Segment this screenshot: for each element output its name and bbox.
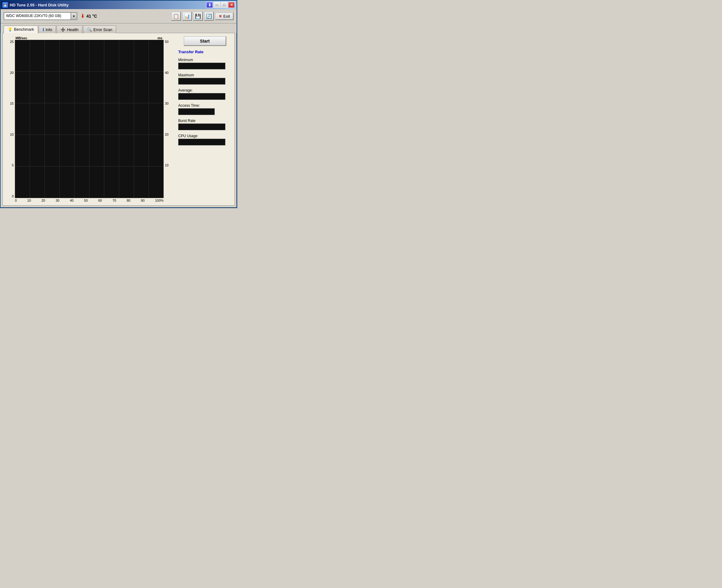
- save-icon: 💾: [195, 14, 201, 19]
- chart-area: MB/sec ms 25 20 15 10 5 0: [6, 36, 174, 202]
- toolbar-actions: 📋 📊 💾 🔄 ✕ Exit: [171, 12, 234, 21]
- download-icon: ⬇: [208, 3, 211, 7]
- copy-button[interactable]: 📋: [171, 12, 181, 21]
- access-time-label: Access Time:: [178, 103, 231, 108]
- report-button[interactable]: 📊: [182, 12, 192, 21]
- y-left-axis-label: MB/sec: [16, 36, 27, 40]
- burst-rate-bar: [178, 124, 225, 130]
- average-bar: [178, 93, 225, 100]
- exit-icon: ✕: [219, 14, 222, 19]
- title-bar: 💾 HD Tune 2.55 - Hard Disk Utility ⬇ ─ □…: [1, 1, 237, 9]
- minimize-icon: ─: [216, 3, 218, 7]
- burst-rate-label: Burst Rate: [178, 119, 231, 123]
- exit-label: Exit: [223, 14, 230, 19]
- tab-health[interactable]: ➕ Health: [57, 25, 82, 33]
- tab-bar: 💡 Benchmark ℹ Info ➕ Health 🔍 Error Scan: [1, 23, 237, 33]
- cpu-usage-stat: CPU Usage: [178, 133, 231, 145]
- report-icon: 📊: [184, 14, 190, 19]
- errorscan-tab-icon: 🔍: [87, 27, 92, 32]
- cpu-usage-label: CPU Usage: [178, 134, 231, 138]
- temperature-display: 🌡 41 °C: [80, 14, 97, 19]
- tab-benchmark[interactable]: 💡 Benchmark: [4, 25, 38, 33]
- benchmark-chart: [15, 40, 164, 198]
- y-axis-left: 25 20 15 10 5 0: [6, 40, 15, 198]
- start-button[interactable]: Start: [184, 36, 226, 46]
- burst-rate-stat: Burst Rate: [178, 118, 231, 130]
- drive-select-display[interactable]: WDC WD600UE-22KVT0 (60 GB): [4, 12, 70, 20]
- errorscan-tab-label: Error Scan: [93, 27, 112, 32]
- main-window: 💾 HD Tune 2.55 - Hard Disk Utility ⬇ ─ □…: [0, 0, 237, 208]
- maximum-label: Maximum: [178, 73, 231, 77]
- refresh-button[interactable]: 🔄: [204, 12, 214, 21]
- benchmark-tab-icon: 💡: [7, 27, 13, 31]
- maximum-stat: Maximum: [178, 72, 231, 85]
- transfer-rate-title: Transfer Rate: [178, 49, 231, 54]
- x-axis: 0 10 20 30 40 50 60 70 80 90 100%: [6, 198, 174, 202]
- minimize-button[interactable]: ─: [213, 2, 220, 8]
- average-stat: Average:: [178, 87, 231, 100]
- download-button[interactable]: ⬇: [206, 2, 213, 8]
- drive-dropdown-button[interactable]: ▼: [70, 12, 77, 20]
- thermometer-icon: 🌡: [80, 14, 85, 19]
- tab-errorscan[interactable]: 🔍 Error Scan: [83, 25, 116, 33]
- close-button[interactable]: ✕: [228, 2, 235, 8]
- average-label: Average:: [178, 88, 231, 92]
- health-tab-icon: ➕: [61, 27, 65, 32]
- maximum-bar: [178, 78, 225, 85]
- minimum-stat: Minimum: [178, 57, 231, 69]
- maximize-icon: □: [223, 3, 225, 7]
- minimum-label: Minimum: [178, 58, 231, 62]
- access-time-bar: [178, 108, 215, 115]
- app-icon: 💾: [2, 2, 8, 7]
- window-title: HD Tune 2.55 - Hard Disk Utility: [10, 3, 204, 7]
- drive-selector[interactable]: WDC WD600UE-22KVT0 (60 GB) ▼: [4, 12, 77, 20]
- maximize-button[interactable]: □: [221, 2, 228, 8]
- cpu-usage-bar: [178, 139, 225, 145]
- exit-button[interactable]: ✕ Exit: [215, 13, 234, 20]
- health-tab-label: Health: [67, 27, 79, 32]
- chart-container: 25 20 15 10 5 0: [6, 40, 174, 198]
- sidebar: Start Transfer Rate Minimum Maximum Aver…: [178, 36, 231, 202]
- y-right-axis-label: ms: [157, 36, 163, 40]
- copy-icon: 📋: [173, 14, 179, 19]
- content-area: MB/sec ms 25 20 15 10 5 0: [2, 33, 235, 206]
- info-tab-label: Info: [46, 27, 52, 32]
- temperature-value: 41 °C: [86, 14, 97, 19]
- benchmark-tab-label: Benchmark: [14, 27, 34, 31]
- minimum-bar: [178, 63, 225, 69]
- y-axis-right: 50 40 30 20 10: [164, 40, 174, 198]
- close-icon: ✕: [230, 3, 233, 7]
- toolbar: WDC WD600UE-22KVT0 (60 GB) ▼ 🌡 41 °C 📋 📊…: [1, 9, 237, 23]
- tab-info[interactable]: ℹ Info: [39, 25, 56, 33]
- refresh-icon: 🔄: [206, 14, 212, 19]
- window-controls: ⬇ ─ □ ✕: [206, 2, 235, 8]
- info-tab-icon: ℹ: [43, 27, 44, 32]
- access-time-stat: Access Time:: [178, 102, 231, 115]
- save-button[interactable]: 💾: [193, 12, 203, 21]
